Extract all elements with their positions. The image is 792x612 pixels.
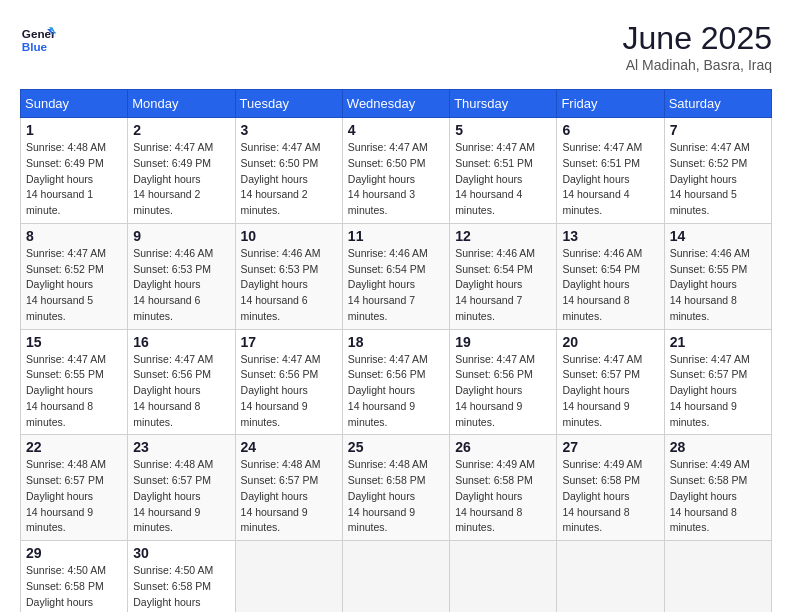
day-info: Sunrise: 4:47 AMSunset: 6:51 PMDaylight … xyxy=(455,140,551,219)
weekday-header: Monday xyxy=(128,90,235,118)
calendar-cell: 18Sunrise: 4:47 AMSunset: 6:56 PMDayligh… xyxy=(342,329,449,435)
calendar-week-row: 22Sunrise: 4:48 AMSunset: 6:57 PMDayligh… xyxy=(21,435,772,541)
calendar-cell: 21Sunrise: 4:47 AMSunset: 6:57 PMDayligh… xyxy=(664,329,771,435)
day-number: 7 xyxy=(670,122,766,138)
day-number: 1 xyxy=(26,122,122,138)
day-info: Sunrise: 4:46 AMSunset: 6:53 PMDaylight … xyxy=(133,246,229,325)
calendar-cell: 20Sunrise: 4:47 AMSunset: 6:57 PMDayligh… xyxy=(557,329,664,435)
day-number: 27 xyxy=(562,439,658,455)
day-number: 28 xyxy=(670,439,766,455)
day-info: Sunrise: 4:49 AMSunset: 6:58 PMDaylight … xyxy=(670,457,766,536)
calendar-table: SundayMondayTuesdayWednesdayThursdayFrid… xyxy=(20,89,772,612)
day-info: Sunrise: 4:46 AMSunset: 6:54 PMDaylight … xyxy=(562,246,658,325)
calendar-cell: 26Sunrise: 4:49 AMSunset: 6:58 PMDayligh… xyxy=(450,435,557,541)
location: Al Madinah, Basra, Iraq xyxy=(623,57,772,73)
calendar-cell xyxy=(342,541,449,613)
weekday-header: Tuesday xyxy=(235,90,342,118)
day-info: Sunrise: 4:47 AMSunset: 6:55 PMDaylight … xyxy=(26,352,122,431)
day-number: 11 xyxy=(348,228,444,244)
weekday-header: Saturday xyxy=(664,90,771,118)
day-info: Sunrise: 4:47 AMSunset: 6:50 PMDaylight … xyxy=(241,140,337,219)
calendar-cell: 25Sunrise: 4:48 AMSunset: 6:58 PMDayligh… xyxy=(342,435,449,541)
day-info: Sunrise: 4:47 AMSunset: 6:49 PMDaylight … xyxy=(133,140,229,219)
day-number: 14 xyxy=(670,228,766,244)
logo-icon: General Blue xyxy=(20,20,56,56)
day-number: 4 xyxy=(348,122,444,138)
calendar-cell: 27Sunrise: 4:49 AMSunset: 6:58 PMDayligh… xyxy=(557,435,664,541)
calendar-cell: 16Sunrise: 4:47 AMSunset: 6:56 PMDayligh… xyxy=(128,329,235,435)
calendar-cell: 30Sunrise: 4:50 AMSunset: 6:58 PMDayligh… xyxy=(128,541,235,613)
day-info: Sunrise: 4:47 AMSunset: 6:56 PMDaylight … xyxy=(455,352,551,431)
day-info: Sunrise: 4:48 AMSunset: 6:49 PMDaylight … xyxy=(26,140,122,219)
day-number: 24 xyxy=(241,439,337,455)
day-info: Sunrise: 4:46 AMSunset: 6:53 PMDaylight … xyxy=(241,246,337,325)
day-number: 8 xyxy=(26,228,122,244)
weekday-header: Thursday xyxy=(450,90,557,118)
day-info: Sunrise: 4:47 AMSunset: 6:50 PMDaylight … xyxy=(348,140,444,219)
calendar-cell: 3Sunrise: 4:47 AMSunset: 6:50 PMDaylight… xyxy=(235,118,342,224)
day-info: Sunrise: 4:46 AMSunset: 6:55 PMDaylight … xyxy=(670,246,766,325)
calendar-cell: 13Sunrise: 4:46 AMSunset: 6:54 PMDayligh… xyxy=(557,223,664,329)
day-number: 18 xyxy=(348,334,444,350)
calendar-cell: 11Sunrise: 4:46 AMSunset: 6:54 PMDayligh… xyxy=(342,223,449,329)
day-number: 23 xyxy=(133,439,229,455)
calendar-week-row: 1Sunrise: 4:48 AMSunset: 6:49 PMDaylight… xyxy=(21,118,772,224)
day-info: Sunrise: 4:48 AMSunset: 6:57 PMDaylight … xyxy=(133,457,229,536)
calendar-cell: 5Sunrise: 4:47 AMSunset: 6:51 PMDaylight… xyxy=(450,118,557,224)
calendar-cell: 15Sunrise: 4:47 AMSunset: 6:55 PMDayligh… xyxy=(21,329,128,435)
day-info: Sunrise: 4:48 AMSunset: 6:57 PMDaylight … xyxy=(26,457,122,536)
svg-text:Blue: Blue xyxy=(22,40,48,53)
day-number: 5 xyxy=(455,122,551,138)
day-info: Sunrise: 4:46 AMSunset: 6:54 PMDaylight … xyxy=(348,246,444,325)
calendar-cell: 14Sunrise: 4:46 AMSunset: 6:55 PMDayligh… xyxy=(664,223,771,329)
calendar-cell: 7Sunrise: 4:47 AMSunset: 6:52 PMDaylight… xyxy=(664,118,771,224)
day-number: 6 xyxy=(562,122,658,138)
calendar-cell: 9Sunrise: 4:46 AMSunset: 6:53 PMDaylight… xyxy=(128,223,235,329)
day-number: 9 xyxy=(133,228,229,244)
calendar-cell: 17Sunrise: 4:47 AMSunset: 6:56 PMDayligh… xyxy=(235,329,342,435)
calendar-cell xyxy=(664,541,771,613)
day-info: Sunrise: 4:47 AMSunset: 6:51 PMDaylight … xyxy=(562,140,658,219)
day-info: Sunrise: 4:47 AMSunset: 6:52 PMDaylight … xyxy=(26,246,122,325)
weekday-header: Sunday xyxy=(21,90,128,118)
day-info: Sunrise: 4:47 AMSunset: 6:56 PMDaylight … xyxy=(348,352,444,431)
calendar-cell: 19Sunrise: 4:47 AMSunset: 6:56 PMDayligh… xyxy=(450,329,557,435)
day-info: Sunrise: 4:49 AMSunset: 6:58 PMDaylight … xyxy=(562,457,658,536)
calendar-cell: 24Sunrise: 4:48 AMSunset: 6:57 PMDayligh… xyxy=(235,435,342,541)
day-number: 16 xyxy=(133,334,229,350)
day-number: 3 xyxy=(241,122,337,138)
day-number: 2 xyxy=(133,122,229,138)
day-info: Sunrise: 4:49 AMSunset: 6:58 PMDaylight … xyxy=(455,457,551,536)
logo: General Blue xyxy=(20,20,56,56)
day-info: Sunrise: 4:47 AMSunset: 6:56 PMDaylight … xyxy=(241,352,337,431)
calendar-week-row: 8Sunrise: 4:47 AMSunset: 6:52 PMDaylight… xyxy=(21,223,772,329)
day-info: Sunrise: 4:47 AMSunset: 6:52 PMDaylight … xyxy=(670,140,766,219)
weekday-header: Friday xyxy=(557,90,664,118)
calendar-cell: 4Sunrise: 4:47 AMSunset: 6:50 PMDaylight… xyxy=(342,118,449,224)
day-info: Sunrise: 4:50 AMSunset: 6:58 PMDaylight … xyxy=(26,563,122,612)
day-info: Sunrise: 4:48 AMSunset: 6:57 PMDaylight … xyxy=(241,457,337,536)
day-info: Sunrise: 4:47 AMSunset: 6:57 PMDaylight … xyxy=(670,352,766,431)
calendar-week-row: 15Sunrise: 4:47 AMSunset: 6:55 PMDayligh… xyxy=(21,329,772,435)
day-number: 15 xyxy=(26,334,122,350)
day-number: 10 xyxy=(241,228,337,244)
day-info: Sunrise: 4:50 AMSunset: 6:58 PMDaylight … xyxy=(133,563,229,612)
day-info: Sunrise: 4:47 AMSunset: 6:57 PMDaylight … xyxy=(562,352,658,431)
page-header: General Blue June 2025 Al Madinah, Basra… xyxy=(20,20,772,73)
calendar-cell: 10Sunrise: 4:46 AMSunset: 6:53 PMDayligh… xyxy=(235,223,342,329)
day-number: 22 xyxy=(26,439,122,455)
day-number: 20 xyxy=(562,334,658,350)
weekday-header: Wednesday xyxy=(342,90,449,118)
calendar-cell xyxy=(450,541,557,613)
calendar-cell: 29Sunrise: 4:50 AMSunset: 6:58 PMDayligh… xyxy=(21,541,128,613)
calendar-cell: 8Sunrise: 4:47 AMSunset: 6:52 PMDaylight… xyxy=(21,223,128,329)
calendar-week-row: 29Sunrise: 4:50 AMSunset: 6:58 PMDayligh… xyxy=(21,541,772,613)
calendar-cell: 28Sunrise: 4:49 AMSunset: 6:58 PMDayligh… xyxy=(664,435,771,541)
calendar-header-row: SundayMondayTuesdayWednesdayThursdayFrid… xyxy=(21,90,772,118)
calendar-cell: 23Sunrise: 4:48 AMSunset: 6:57 PMDayligh… xyxy=(128,435,235,541)
day-number: 29 xyxy=(26,545,122,561)
month-title: June 2025 xyxy=(623,20,772,57)
day-number: 25 xyxy=(348,439,444,455)
calendar-cell: 22Sunrise: 4:48 AMSunset: 6:57 PMDayligh… xyxy=(21,435,128,541)
day-number: 30 xyxy=(133,545,229,561)
